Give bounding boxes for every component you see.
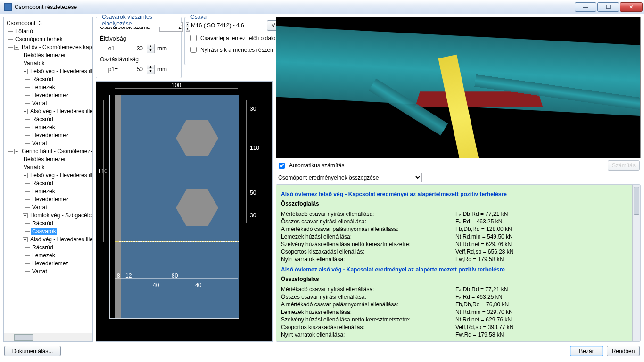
svg-text:50: 50 (250, 189, 256, 196)
app-icon (4, 3, 12, 11)
dialog-footer: Dokumentálás... Bezár Rendben (3, 342, 641, 359)
tree-item[interactable]: Varrat (31, 204, 48, 211)
svg-text:30: 30 (250, 106, 256, 112)
shear-plane-checkbox[interactable] (190, 47, 197, 53)
svg-text:110: 110 (250, 145, 259, 151)
tree-item[interactable]: Hevederlemez (31, 132, 69, 139)
tree-item[interactable]: Alsó vég - Hevederes ille (29, 236, 92, 243)
svg-text:40: 40 (153, 282, 159, 288)
tree-item[interactable]: Rácsrúd (31, 244, 54, 251)
collapse-icon[interactable]: − (23, 69, 28, 74)
e1-label: e1= (100, 45, 118, 52)
tree-item[interactable]: Felső vég - Hevederes ill (29, 68, 92, 74)
collapse-icon[interactable]: − (23, 213, 28, 218)
svg-text:100: 100 (172, 82, 181, 89)
tree-item[interactable]: Lemezek (31, 124, 56, 131)
collapse-icon[interactable]: − (23, 237, 28, 242)
close-button[interactable]: ✕ (620, 2, 643, 12)
minimize-button[interactable]: — (575, 2, 596, 12)
tree-item[interactable]: Varrat (31, 140, 48, 147)
3d-viewport[interactable] (276, 17, 641, 158)
documentation-button[interactable]: Dokumentálás... (4, 346, 61, 356)
p1-input[interactable] (121, 65, 144, 74)
edge-title: Éltávolság (100, 35, 177, 42)
tree-item[interactable]: Rácsrúd (31, 220, 54, 227)
tree-item[interactable]: Homlok vég - Szögacélos (29, 212, 92, 219)
tree-scrollbar[interactable] (4, 333, 92, 341)
checkbox-label: Nyírási sík a menetes részen (200, 47, 273, 53)
tree-item[interactable]: Felső vég - Hevederes ill (29, 172, 92, 179)
maximize-button[interactable]: ☐ (597, 2, 619, 12)
svg-text:80: 80 (172, 272, 178, 279)
spinner-buttons[interactable]: ▲▼ (147, 65, 155, 74)
collapse-icon[interactable]: − (23, 173, 28, 178)
spinner-buttons[interactable]: ▲▼ (147, 44, 155, 53)
tree-item[interactable]: Csomóponti terhek (14, 36, 64, 42)
titlebar: Csomópont részletezése — ☐ ✕ (0, 0, 644, 14)
auto-calc-label: Automatikus számítás (289, 162, 344, 169)
tree-item[interactable]: Bal öv - Csomólemezes kapc (21, 44, 92, 50)
collapse-icon[interactable]: − (14, 149, 19, 154)
tree-root[interactable]: Csomópont_3 (6, 20, 43, 26)
results-combo[interactable]: Csomópont eredményeinek összegzése (276, 173, 422, 182)
tree-item[interactable]: Varratok (23, 60, 45, 66)
tree-item[interactable]: Rácsrúd (31, 116, 54, 123)
auto-calc-checkbox[interactable] (279, 163, 285, 169)
summary-label: Összefoglalás (281, 276, 319, 282)
bolt-layout-drawing[interactable]: 100 110 30 110 50 30 8 12 80 40 40 (96, 81, 273, 342)
tree-item[interactable]: Hevederlemez (31, 260, 69, 267)
svg-text:110: 110 (98, 168, 107, 174)
node-tree[interactable]: Csomópont_3 Főtartó Csomóponti terhek −B… (4, 17, 92, 333)
calc-button[interactable]: Számítás (608, 160, 640, 171)
collapse-icon[interactable]: − (14, 45, 19, 50)
group-title: Csavarok vízszintes elhelyezése (100, 14, 181, 27)
e1-input[interactable] (121, 44, 144, 53)
unit-label: mm (157, 66, 167, 73)
tree-item[interactable]: Főtartó (14, 28, 34, 34)
bolt-head-checkbox[interactable] (190, 35, 197, 41)
close-dialog-button[interactable]: Bezár (570, 346, 603, 356)
group-title: Csavar (189, 14, 210, 20)
tree-item[interactable]: Lemezek (31, 188, 56, 195)
tree-item[interactable]: Varrat (31, 100, 48, 107)
section-header: Alsó övlemez alsó vég - Kapcsolat eredmé… (281, 266, 627, 273)
ok-button[interactable]: Rendben (607, 346, 640, 356)
tree-item[interactable]: Gerinc hátul - Csomólemezes (21, 148, 92, 155)
tree-item[interactable]: Hevederlemez (31, 92, 69, 99)
svg-text:30: 30 (250, 212, 256, 219)
tree-item[interactable]: Bekötés lemezei (23, 156, 66, 163)
tree-panel: Csomópont_3 Főtartó Csomóponti terhek −B… (3, 17, 93, 342)
p1-label: p1= (100, 66, 118, 73)
tree-item[interactable]: Varratok (23, 164, 45, 171)
tree-item[interactable]: Alsó vég - Hevederes ille (29, 108, 92, 115)
collapse-icon[interactable]: − (23, 109, 28, 114)
tree-item[interactable]: Lemezek (31, 84, 56, 90)
tree-item[interactable]: Varrat (31, 268, 48, 275)
checkbox-label: Csavarfej a lemez felöli oldalon (200, 35, 279, 41)
tree-item[interactable]: Rácsrúd (31, 180, 54, 187)
svg-text:8: 8 (117, 272, 120, 279)
tree-item[interactable]: Bekötés lemezei (23, 52, 66, 58)
summary-label: Összefoglalás (281, 200, 319, 207)
bolt-spec-input[interactable] (189, 21, 264, 30)
tree-item[interactable]: Lemezek (31, 252, 56, 259)
section-header: Alsó övlemez felső vég - Kapcsolat eredm… (281, 190, 627, 198)
tree-item-selected[interactable]: Csavarok (31, 228, 57, 235)
results-scrollbar[interactable] (632, 185, 640, 341)
svg-text:40: 40 (195, 282, 202, 288)
tree-item[interactable]: Rácsrúd (31, 76, 54, 82)
window-title: Csomópont részletezése (15, 4, 575, 10)
svg-text:12: 12 (125, 272, 132, 279)
pitch-title: Osztástávolság (100, 56, 177, 63)
unit-label: mm (157, 45, 167, 52)
tree-item[interactable]: Hevederlemez (31, 196, 69, 203)
results-panel: Alsó övlemez felső vég - Kapcsolat eredm… (276, 184, 641, 342)
results-text[interactable]: Alsó övlemez felső vég - Kapcsolat eredm… (276, 185, 632, 341)
